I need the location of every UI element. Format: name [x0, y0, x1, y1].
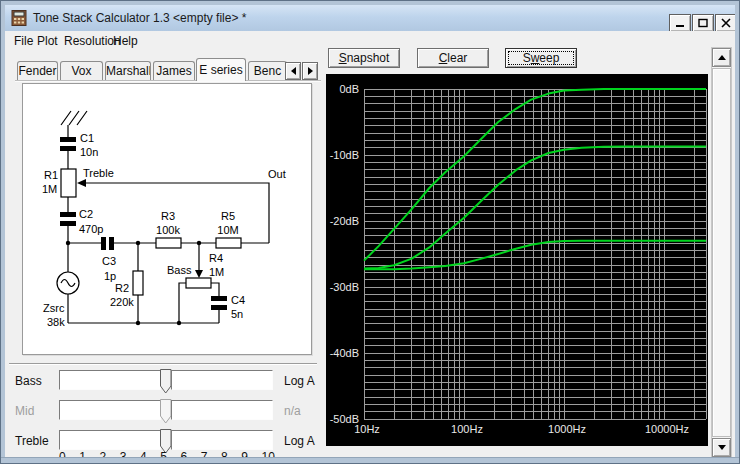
out-label: Out: [268, 168, 286, 180]
tab-james[interactable]: James: [153, 61, 195, 80]
sweep-label-post: eep: [539, 51, 559, 65]
menu-item-file[interactable]: File: [11, 33, 36, 49]
treble-control-label: Treble: [15, 434, 49, 448]
r5-value: 10M: [217, 224, 238, 236]
axis-tick-label: -20dB: [330, 215, 359, 227]
scrollbar-thumb[interactable]: [712, 68, 731, 437]
close-icon: [721, 18, 731, 28]
axis-tick-label: 1000Hz: [548, 423, 586, 435]
bass-slider[interactable]: [59, 370, 273, 391]
sweep-label-pre: S: [523, 51, 531, 65]
window-frame-right: [735, 1, 739, 463]
treble-label: Treble: [83, 167, 114, 179]
circuit-diagram: C1 10n R1 1M Treble Out C2 470p C3 1p R3…: [23, 84, 311, 354]
plot-scrollbar[interactable]: [711, 47, 732, 458]
mid-control-label: Mid: [15, 404, 34, 418]
treble-slider-track-left[interactable]: [59, 430, 161, 450]
c4-value: 5n: [231, 308, 243, 320]
snapshot-label-post: napshot: [347, 51, 390, 65]
minimize-button[interactable]: [669, 14, 691, 32]
titlebar: Tone Stack Calculator 1.3 <empty file> *: [5, 5, 737, 31]
left-arrow-icon: [291, 67, 296, 75]
r2-value: 220k: [110, 296, 134, 308]
r2-label: R2: [115, 282, 129, 294]
scroll-down-button[interactable]: [712, 438, 731, 457]
maximize-button[interactable]: [692, 14, 714, 32]
scroll-up-button[interactable]: [712, 48, 731, 67]
sweep-button[interactable]: Sweep: [505, 48, 577, 68]
mid-taper-label: n/a: [284, 404, 301, 418]
r4-label: R4: [209, 252, 223, 264]
controls-separator: [9, 363, 317, 365]
tabstrip-baseline: [15, 80, 321, 82]
tab-bench[interactable]: Benc: [248, 61, 287, 80]
axis-tick-label: -40dB: [330, 347, 359, 359]
down-arrow-icon: [718, 445, 726, 450]
tab-marshall[interactable]: Marshall: [105, 61, 151, 80]
c1-label: C1: [80, 132, 94, 144]
axis-tick-label: 10Hz: [354, 423, 380, 435]
frequency-response-plot: 0dB-10dB-20dB-30dB-40dB-50dB10Hz100Hz100…: [326, 74, 708, 446]
menu-item-plot[interactable]: Plot: [34, 33, 61, 49]
minimize-icon: [675, 18, 685, 28]
app-window: Tone Stack Calculator 1.3 <empty file> *…: [0, 0, 740, 464]
circuit-panel: C1 10n R1 1M Treble Out C2 470p C3 1p R3…: [22, 83, 312, 355]
bass-control-label: Bass: [15, 374, 42, 388]
axis-tick-label: -30dB: [330, 281, 359, 293]
mid-slider-track-left: [59, 400, 161, 420]
clear-button[interactable]: Clear: [417, 48, 489, 68]
tab-fender[interactable]: Fender: [17, 61, 58, 80]
tab-vox[interactable]: Vox: [60, 61, 103, 80]
window-frame-bottom: [1, 457, 739, 463]
menu-item-help[interactable]: Help: [110, 33, 141, 49]
mid-slider-track-right: [171, 400, 273, 420]
snapshot-label-accel: S: [339, 51, 347, 65]
frequency-response-chart: 0dB-10dB-20dB-30dB-40dB-50dB10Hz100Hz100…: [326, 74, 708, 446]
zsrc-value: 38k: [47, 316, 65, 328]
right-arrow-icon: [308, 67, 313, 75]
c2-value: 470p: [79, 223, 103, 235]
calculator-app-icon: [11, 10, 27, 26]
maximize-icon: [698, 18, 708, 28]
close-button[interactable]: [715, 14, 737, 32]
up-arrow-icon: [718, 55, 726, 60]
axis-tick-label: 0dB: [339, 83, 359, 95]
c3-label: C3: [102, 255, 116, 267]
axis-tick-label: 100Hz: [451, 423, 483, 435]
bass-taper-label: Log A: [284, 374, 315, 388]
r5-label: R5: [221, 210, 235, 222]
c1-value: 10n: [80, 146, 98, 158]
r3-value: 100k: [156, 224, 180, 236]
bass-slider-track-right[interactable]: [171, 370, 273, 390]
r1-label: R1: [44, 169, 58, 181]
tab-scroll-right-button[interactable]: [302, 62, 318, 80]
tab-scroll-left-button[interactable]: [285, 62, 301, 80]
treble-slider[interactable]: [59, 430, 273, 451]
r4-value: 1M: [209, 266, 224, 278]
zsrc-label: Zsrc: [43, 302, 65, 314]
bass-slider-track-left[interactable]: [59, 370, 161, 390]
axis-tick-label: -10dB: [330, 149, 359, 161]
r1-value: 1M: [42, 183, 57, 195]
c4-label: C4: [231, 294, 245, 306]
clear-label-post: lear: [447, 51, 467, 65]
bass-label: Bass: [167, 264, 192, 276]
window-title: Tone Stack Calculator 1.3 <empty file> *: [33, 11, 246, 25]
snapshot-button[interactable]: Snapshot: [328, 48, 400, 68]
c2-label: C2: [79, 208, 93, 220]
tab-e-series[interactable]: E series: [196, 58, 246, 81]
treble-taper-label: Log A: [284, 434, 315, 448]
mid-slider: [59, 400, 273, 421]
client-area: Fender Vox Marshall James E series Benc: [5, 50, 737, 459]
treble-slider-track-right[interactable]: [171, 430, 273, 450]
window-frame-left: [1, 1, 5, 463]
c3-value: 1p: [104, 270, 116, 282]
r3-label: R3: [161, 210, 175, 222]
axis-tick-label: 10000Hz: [645, 423, 689, 435]
